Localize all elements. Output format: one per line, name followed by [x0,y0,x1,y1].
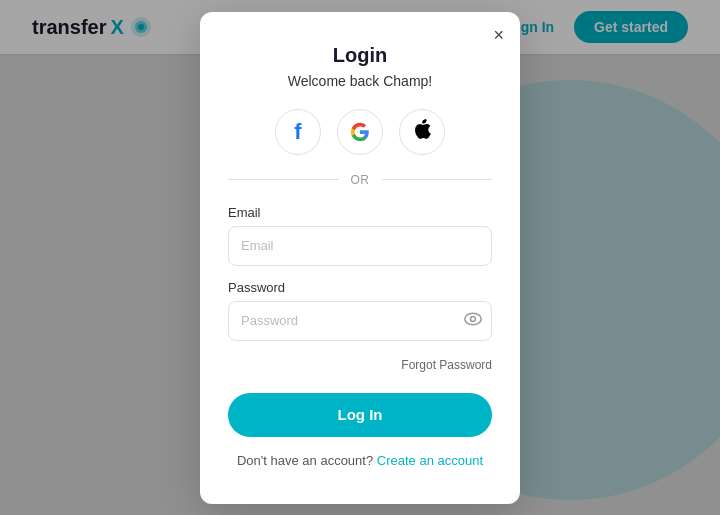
toggle-password-icon[interactable] [464,312,482,330]
email-form-group: Email [228,205,492,266]
forgot-password-row: Forgot Password [228,355,492,373]
divider: or [228,173,492,187]
divider-line-right [382,179,493,180]
svg-point-3 [465,313,481,324]
login-modal: × Login Welcome back Champ! f [200,12,520,504]
svg-point-4 [471,316,476,321]
password-wrapper [228,301,492,341]
facebook-login-button[interactable]: f [275,109,321,155]
password-form-group: Password [228,280,492,341]
forgot-password-link[interactable]: Forgot Password [401,358,492,372]
create-account-row: Don't have an account? Create an account [228,453,492,468]
google-login-button[interactable] [337,109,383,155]
password-input[interactable] [228,301,492,341]
no-account-text: Don't have an account? [237,453,373,468]
email-input[interactable] [228,226,492,266]
facebook-icon: f [294,119,301,145]
modal-container: × Login Welcome back Champ! f [0,0,720,515]
email-label: Email [228,205,492,220]
create-account-link[interactable]: Create an account [377,453,483,468]
divider-line-left [228,179,339,180]
apple-icon [413,118,431,145]
social-login-buttons: f [228,109,492,155]
modal-subtitle: Welcome back Champ! [228,73,492,89]
google-icon [350,122,370,142]
apple-login-button[interactable] [399,109,445,155]
modal-close-button[interactable]: × [493,26,504,44]
divider-text: or [351,173,370,187]
modal-title: Login [228,44,492,67]
password-label: Password [228,280,492,295]
login-button[interactable]: Log In [228,393,492,437]
